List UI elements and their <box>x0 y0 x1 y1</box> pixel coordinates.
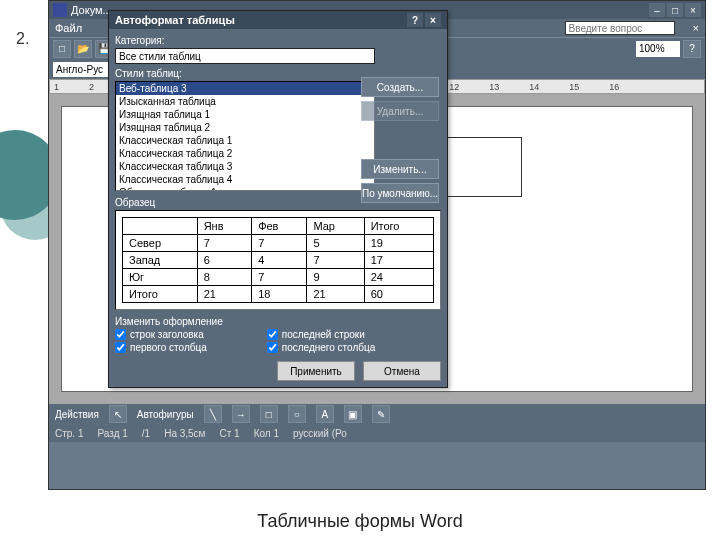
default-button[interactable]: По умолчанию... <box>361 183 439 203</box>
status-pages: /1 <box>142 428 150 439</box>
dialog-body: Категория: Все стили таблиц Стили таблиц… <box>109 29 447 387</box>
format-checks: строк заголовка первого столбца последне… <box>115 329 441 353</box>
word-icon <box>53 3 67 17</box>
dialog-footer: Применить Отмена <box>115 361 441 381</box>
dialog-close-button[interactable]: × <box>425 13 441 27</box>
preview-cell: 7 <box>252 269 307 286</box>
preview-header <box>123 218 198 235</box>
open-icon[interactable]: 📂 <box>74 40 92 58</box>
cancel-button[interactable]: Отмена <box>363 361 441 381</box>
apply-button[interactable]: Применить <box>277 361 355 381</box>
preview-table: ЯнвФевМарИтогоСевер77519Запад64717Юг8792… <box>122 217 434 303</box>
slide-number: 2. <box>16 30 29 48</box>
drawing-toolbar: Действия ↖ Автофигуры ╲ → □ ○ A ▣ ✎ <box>49 404 705 424</box>
preview-cell: 4 <box>252 252 307 269</box>
style-item[interactable]: Классическая таблица 2 <box>116 147 374 160</box>
statusbar: Стр. 1 Разд 1 /1 На 3,5см Ст 1 Кол 1 рус… <box>49 424 705 442</box>
preview-cell: 9 <box>307 269 364 286</box>
preview-header: Мар <box>307 218 364 235</box>
style-item[interactable]: Объемная таблица 1 <box>116 186 374 191</box>
maximize-button[interactable]: □ <box>667 3 683 17</box>
preview-cell: 17 <box>364 252 433 269</box>
check-header-row[interactable]: строк заголовка <box>115 329 207 340</box>
format-label: Изменить оформление <box>115 316 441 327</box>
new-icon[interactable]: □ <box>53 40 71 58</box>
preview-header: Янв <box>197 218 252 235</box>
preview-header: Фев <box>252 218 307 235</box>
status-page: Стр. 1 <box>55 428 83 439</box>
close-button[interactable]: × <box>685 3 701 17</box>
preview-cell: 6 <box>197 252 252 269</box>
preview-cell: 24 <box>364 269 433 286</box>
style-item[interactable]: Классическая таблица 4 <box>116 173 374 186</box>
preview-cell: 7 <box>197 235 252 252</box>
preview-cell: Север <box>123 235 198 252</box>
preview-cell: 5 <box>307 235 364 252</box>
line-icon[interactable]: ╲ <box>204 405 222 423</box>
style-item[interactable]: Изящная таблица 1 <box>116 108 374 121</box>
pointer-icon[interactable]: ↖ <box>109 405 127 423</box>
autoshapes-menu[interactable]: Автофигуры <box>137 409 194 420</box>
style-item[interactable]: Изысканная таблица <box>116 95 374 108</box>
preview-cell: 60 <box>364 286 433 303</box>
preview-cell: 21 <box>197 286 252 303</box>
styles-listbox[interactable]: Веб-таблица 3Изысканная таблицаИзящная т… <box>115 81 375 191</box>
dialog-title: Автоформат таблицы <box>115 14 235 26</box>
status-lang: русский (Ро <box>293 428 347 439</box>
status-col: Кол 1 <box>254 428 279 439</box>
actions-menu[interactable]: Действия <box>55 409 99 420</box>
window-controls: – □ × <box>649 3 701 17</box>
preview-cell: Итого <box>123 286 198 303</box>
arrow-icon[interactable]: → <box>232 405 250 423</box>
preview-box: ЯнвФевМарИтогоСевер77519Запад64717Юг8792… <box>115 210 441 310</box>
preview-cell: 18 <box>252 286 307 303</box>
preview-cell: 19 <box>364 235 433 252</box>
textbox-icon[interactable]: A <box>316 405 334 423</box>
preview-cell: 21 <box>307 286 364 303</box>
preview-header: Итого <box>364 218 433 235</box>
dialog-titlebar: Автоформат таблицы ? × <box>109 11 447 29</box>
status-at: На 3,5см <box>164 428 205 439</box>
style-item[interactable]: Классическая таблица 1 <box>116 134 374 147</box>
preview-cell: Запад <box>123 252 198 269</box>
modify-button[interactable]: Изменить... <box>361 159 439 179</box>
preview-cell: 7 <box>307 252 364 269</box>
line-color-icon[interactable]: ✎ <box>372 405 390 423</box>
slide-caption: Табличные формы Word <box>0 511 720 532</box>
language-pair-dropdown[interactable]: Англо-Рус <box>53 62 113 77</box>
category-dropdown[interactable]: Все стили таблиц <box>115 48 375 64</box>
doc-title: Докум... <box>71 4 112 16</box>
oval-icon[interactable]: ○ <box>288 405 306 423</box>
table-autoformat-dialog: Автоформат таблицы ? × Категория: Все ст… <box>108 10 448 388</box>
help-icon[interactable]: ? <box>683 40 701 58</box>
preview-cell: 7 <box>252 235 307 252</box>
style-item[interactable]: Классическая таблица 3 <box>116 160 374 173</box>
create-button[interactable]: Создать... <box>361 77 439 97</box>
category-label: Категория: <box>115 35 441 46</box>
fill-color-icon[interactable]: ▣ <box>344 405 362 423</box>
minimize-button[interactable]: – <box>649 3 665 17</box>
check-last-col[interactable]: последнего столбца <box>267 342 376 353</box>
preview-cell: Юг <box>123 269 198 286</box>
style-item[interactable]: Изящная таблица 2 <box>116 121 374 134</box>
style-item[interactable]: Веб-таблица 3 <box>116 82 374 95</box>
delete-button[interactable]: Удалить... <box>361 101 439 121</box>
menu-close-doc[interactable]: × <box>693 22 699 34</box>
status-section: Разд 1 <box>97 428 127 439</box>
rect-icon[interactable]: □ <box>260 405 278 423</box>
check-first-col[interactable]: первого столбца <box>115 342 207 353</box>
status-line: Ст 1 <box>220 428 240 439</box>
dialog-help-button[interactable]: ? <box>407 13 423 27</box>
preview-cell: 8 <box>197 269 252 286</box>
dialog-window-controls: ? × <box>407 13 441 27</box>
check-last-row[interactable]: последней строки <box>267 329 376 340</box>
dialog-side-buttons: Создать... Удалить... Изменить... По умо… <box>361 77 439 203</box>
zoom-dropdown[interactable]: 100% <box>636 41 680 57</box>
help-search-input[interactable] <box>565 21 675 35</box>
menu-file[interactable]: Файл <box>55 22 82 34</box>
